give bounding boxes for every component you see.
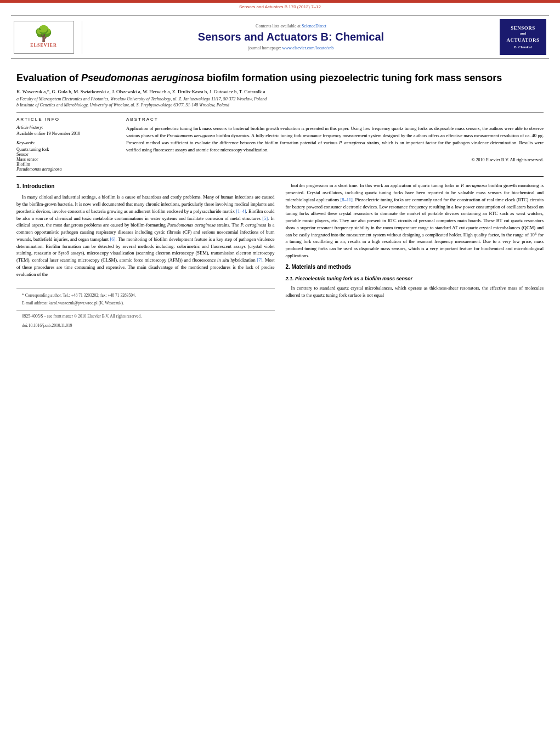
sciencedirect-text: ScienceDirect bbox=[302, 24, 326, 29]
methods-para1: In contrary to standard quartz crystal m… bbox=[286, 285, 544, 299]
journal-header: 🌳 ELSEVIER Contents lists available at S… bbox=[0, 11, 560, 59]
article-title: Evaluation of Pseudomonas aeruginosa bio… bbox=[16, 72, 544, 84]
affiliation-a: a Faculty of Microsystem Electronics and… bbox=[16, 97, 544, 101]
copyright: © 2010 Elsevier B.V. All rights reserved… bbox=[126, 157, 544, 162]
logo-actuators: ACTUATORS bbox=[506, 37, 539, 44]
divider-2 bbox=[16, 176, 544, 177]
affiliations: a Faculty of Microsystem Electronics and… bbox=[16, 97, 544, 108]
contents-text: Contents lists available at bbox=[256, 24, 301, 29]
article-title-block: Evaluation of Pseudomonas aeruginosa bio… bbox=[16, 72, 544, 84]
kw-3: Biofilm bbox=[16, 162, 115, 167]
article-info: ARTICLE INFO Article history: Available … bbox=[16, 117, 115, 172]
footer-issn: 0925-4005/$ – see front matter © 2010 El… bbox=[16, 313, 275, 319]
journal-logo-right: SENSORS and ACTUATORS B: Chemical bbox=[500, 19, 549, 55]
logo-tree-icon: 🌳 bbox=[34, 26, 53, 42]
intro-para1: In many clinical and industrial settings… bbox=[16, 194, 275, 278]
ref-8-11: [8–11] bbox=[341, 197, 353, 202]
elsevier-label: ELSEVIER bbox=[30, 43, 56, 48]
contents-link: Contents lists available at ScienceDirec… bbox=[88, 24, 494, 29]
logo-and: and bbox=[520, 31, 526, 37]
body-col-left: 1. Introduction In many clinical and ind… bbox=[16, 182, 275, 332]
article-columns: ARTICLE INFO Article history: Available … bbox=[16, 117, 544, 172]
journal-ref-text: Sensors and Actuators B 170 (2012) 7–12 bbox=[239, 4, 321, 9]
available-label: Available online 19 November 2010 bbox=[16, 131, 115, 136]
authors-line: K. Waszczuk a,*, G. Gula b, M. Swiatkows… bbox=[16, 89, 544, 94]
footer-info: 0925-4005/$ – see front matter © 2010 El… bbox=[16, 310, 275, 329]
abstract-text: Application of piezoelectric tuning fork… bbox=[126, 125, 544, 153]
intro-para2: biofilm progression in a short time. In … bbox=[286, 182, 544, 259]
footnote-corresponding: * Corresponding author. Tel.: +48 71 320… bbox=[16, 292, 275, 298]
logo-box: 🌳 ELSEVIER bbox=[14, 21, 74, 54]
kw-1: Sensor bbox=[16, 152, 115, 157]
homepage-text: journal homepage: bbox=[248, 46, 281, 50]
page: Sensors and Actuators B 170 (2012) 7–12 … bbox=[0, 0, 560, 741]
footer-doi: doi:10.1016/j.snb.2010.11.019 bbox=[16, 323, 275, 329]
sciencedirect-link[interactable]: ScienceDirect bbox=[302, 24, 326, 29]
abstract-section: ABSTRACT Application of piezoelectric tu… bbox=[126, 117, 544, 172]
ref-1-4: [1–4] bbox=[236, 208, 246, 214]
elsevier-logo: 🌳 ELSEVIER bbox=[11, 21, 82, 54]
header-main: 🌳 ELSEVIER Contents lists available at S… bbox=[11, 15, 549, 59]
journal-title-center: Contents lists available at ScienceDirec… bbox=[88, 24, 494, 50]
ref-5: [5] bbox=[262, 216, 268, 221]
body-columns: 1. Introduction In many clinical and ind… bbox=[16, 182, 544, 332]
journal-ref: Sensors and Actuators B 170 (2012) 7–12 bbox=[0, 3, 560, 11]
sensors-actuators-logo: SENSORS and ACTUATORS B: Chemical bbox=[500, 19, 546, 55]
body-col-right: biofilm progression in a short time. In … bbox=[286, 182, 544, 332]
main-content: Evaluation of Pseudomonas aeruginosa bio… bbox=[0, 59, 560, 337]
kw-2: Mass sensor bbox=[16, 157, 115, 162]
authors-text: K. Waszczuk a,*, G. Gula b, M. Swiatkows… bbox=[16, 89, 265, 94]
journal-title: Sensors and Actuators B: Chemical bbox=[88, 31, 494, 43]
homepage-link[interactable]: www.elsevier.com/locate/snb bbox=[282, 46, 334, 50]
affiliation-b: b Institute of Genetics and Microbiology… bbox=[16, 103, 544, 108]
methods-sub1-heading: 2.1. Piezoelectric tuning fork as a biof… bbox=[286, 275, 544, 283]
keywords-label: Keywords: bbox=[16, 140, 115, 145]
kw-4: Pseudomonas aeruginosa bbox=[16, 167, 115, 172]
article-info-title: ARTICLE INFO bbox=[16, 117, 115, 122]
intro-heading: 1. Introduction bbox=[16, 182, 275, 190]
methods-heading: 2. Materials and methods bbox=[286, 263, 544, 271]
logo-sensors: SENSORS bbox=[511, 25, 535, 32]
abstract-title: ABSTRACT bbox=[126, 117, 544, 122]
homepage-link-text: www.elsevier.com/locate/snb bbox=[282, 46, 334, 50]
footnote-area: * Corresponding author. Tel.: +48 71 320… bbox=[16, 289, 275, 306]
ref-6: [6] bbox=[110, 236, 116, 242]
ref-7: [7] bbox=[257, 257, 262, 263]
kw-0: Quartz tuning fork bbox=[16, 147, 115, 152]
history-label: Article history: bbox=[16, 125, 115, 130]
footnote-email: E-mail address: karol.waszczuk@pwr.wroc.… bbox=[16, 300, 275, 306]
divider-1 bbox=[16, 112, 544, 112]
logo-subtitle: B: Chemical bbox=[514, 45, 532, 49]
homepage-line: journal homepage: www.elsevier.com/locat… bbox=[88, 46, 494, 50]
